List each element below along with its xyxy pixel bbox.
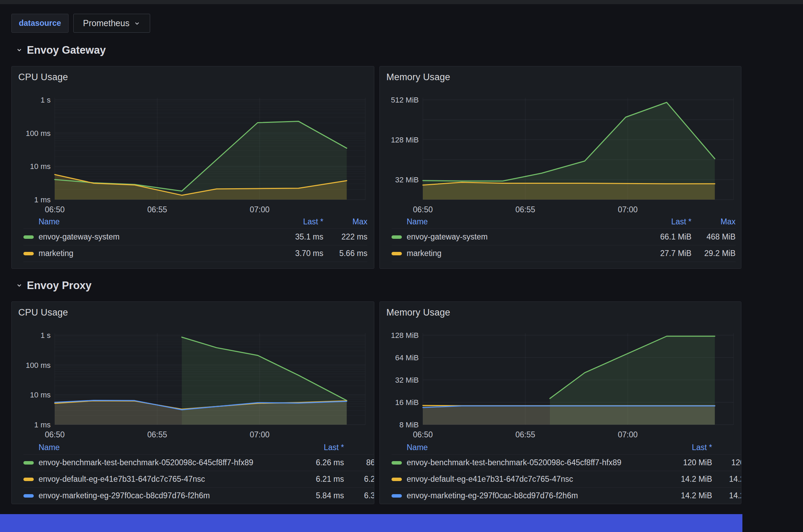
- series-name: envoy-marketing-eg-297f0cac-b8cd97d76-f2…: [407, 491, 578, 500]
- y-axis-tick-label: 1 ms: [34, 421, 51, 429]
- y-axis-tick-label: 1 s: [41, 331, 51, 340]
- legend-column-max[interactable]: Max: [691, 217, 736, 226]
- legend-row[interactable]: envoy-marketing-eg-297f0cac-b8cd97d76-f2…: [392, 488, 741, 504]
- series-max-value: 120 MiB: [712, 458, 741, 467]
- panel-envoy-proxy-cpu: CPU Usage 1 s100 ms10 ms1 ms06:5006:5507…: [11, 301, 374, 504]
- x-axis-tick-label: 07:00: [250, 430, 270, 439]
- x-axis-tick-label: 06:50: [413, 205, 433, 214]
- legend-column-name[interactable]: Name: [392, 217, 633, 226]
- series-last-value: 5.84 ms: [299, 491, 344, 500]
- x-axis-tick-label: 06:55: [515, 430, 535, 439]
- section-title: Envoy Proxy: [27, 279, 92, 292]
- series-name: envoy-default-eg-e41e7b31-647dc7c765-47n…: [39, 475, 205, 484]
- y-axis-tick-label: 32 MiB: [395, 175, 419, 184]
- timeseries-chart[interactable]: 512 MiB128 MiB32 MiB06:5006:5507:00: [380, 66, 741, 215]
- chevron-down-icon: [16, 47, 23, 54]
- bottom-progress-bar[interactable]: [0, 514, 742, 532]
- legend-row[interactable]: envoy-default-eg-e41e7b31-647dc7c765-47n…: [392, 471, 741, 488]
- panel-title[interactable]: Memory Usage: [386, 307, 450, 318]
- series-color-swatch: [392, 494, 402, 498]
- x-axis-tick-label: 06:50: [413, 430, 433, 439]
- x-axis-tick-label: 06:55: [147, 430, 167, 439]
- series-color-swatch: [23, 478, 34, 481]
- legend-header: NameLast *Max: [23, 441, 374, 455]
- panel-envoy-gateway-memory: Memory Usage 512 MiB128 MiB32 MiB06:5006…: [379, 66, 741, 269]
- series-name: envoy-gateway-system: [407, 232, 488, 242]
- legend-column-max[interactable]: Max: [712, 443, 741, 452]
- series-max-value: 6.32 ms: [344, 491, 374, 500]
- y-axis-tick-label: 1 ms: [34, 195, 51, 204]
- datasource-variable-dropdown[interactable]: Prometheus: [73, 14, 150, 33]
- timeseries-chart[interactable]: 128 MiB64 MiB32 MiB16 MiB8 MiB06:5006:55…: [380, 302, 741, 440]
- series-last-value: 3.70 ms: [265, 249, 323, 258]
- legend-column-name[interactable]: Name: [392, 443, 667, 452]
- series-max-value: 14.2 MiB: [712, 475, 741, 484]
- top-edge-strip: [0, 0, 803, 4]
- legend-column-max[interactable]: Max: [323, 217, 367, 226]
- legend-column-max[interactable]: Max: [344, 443, 374, 452]
- series-max-value: 14.2 MiB: [712, 491, 741, 500]
- series-name: envoy-default-eg-e41e7b31-647dc7c765-47n…: [407, 475, 573, 484]
- legend-row[interactable]: envoy-default-eg-e41e7b31-647dc7c765-47n…: [23, 471, 374, 488]
- y-axis-tick-label: 8 MiB: [399, 421, 419, 429]
- y-axis-tick-label: 100 ms: [26, 361, 51, 370]
- series-color-swatch: [392, 478, 402, 481]
- legend-column-name[interactable]: Name: [23, 217, 265, 226]
- y-axis-tick-label: 10 ms: [30, 391, 51, 399]
- y-axis-tick-label: 128 MiB: [391, 136, 419, 144]
- legend-row[interactable]: marketing27.7 MiB29.2 MiB: [392, 245, 736, 262]
- series-color-swatch: [23, 461, 34, 465]
- y-axis-tick-label: 1 s: [41, 96, 51, 104]
- datasource-variable-label-text: datasource: [19, 19, 61, 28]
- legend-table: NameLast *Maxenvoy-gateway-system35.1 ms…: [12, 215, 374, 262]
- section-header-envoy-proxy[interactable]: Envoy Proxy: [16, 277, 92, 294]
- series-name: envoy-marketing-eg-297f0cac-b8cd97d76-f2…: [39, 491, 210, 500]
- series-name: envoy-gateway-system: [39, 232, 119, 242]
- legend-header: NameLast *Max: [23, 215, 367, 229]
- legend-column-last[interactable]: Last *: [265, 217, 323, 226]
- legend-row[interactable]: envoy-gateway-system66.1 MiB468 MiB: [392, 229, 736, 245]
- series-max-value: 860 ms: [344, 458, 374, 467]
- panel-title[interactable]: CPU Usage: [18, 72, 68, 83]
- series-name: marketing: [39, 249, 73, 258]
- chevron-down-icon: [16, 282, 23, 289]
- legend-header: NameLast *Max: [392, 215, 736, 229]
- series-max-value: 6.27 ms: [344, 475, 374, 484]
- section-title: Envoy Gateway: [27, 44, 106, 56]
- series-last-value: 27.7 MiB: [633, 249, 691, 258]
- y-axis-tick-label: 32 MiB: [395, 376, 419, 384]
- series-last-value: 14.2 MiB: [667, 491, 712, 500]
- section-header-envoy-gateway[interactable]: Envoy Gateway: [16, 42, 106, 58]
- series-last-value: 66.1 MiB: [633, 232, 691, 242]
- legend-row[interactable]: envoy-benchmark-test-benchmark-0520098c-…: [23, 455, 374, 471]
- legend-header: NameLast *Max: [392, 441, 741, 455]
- legend-column-last[interactable]: Last *: [667, 443, 712, 452]
- legend-table: NameLast *Maxenvoy-benchmark-test-benchm…: [12, 441, 374, 504]
- series-max-value: 222 ms: [323, 232, 367, 242]
- series-last-value: 120 MiB: [667, 458, 712, 467]
- legend-row[interactable]: envoy-benchmark-test-benchmark-0520098c-…: [392, 455, 741, 471]
- legend-table: NameLast *Maxenvoy-benchmark-test-benchm…: [380, 441, 741, 504]
- timeseries-chart[interactable]: 1 s100 ms10 ms1 ms06:5006:5507:00: [12, 66, 374, 215]
- legend-column-last[interactable]: Last *: [299, 443, 344, 452]
- panel-title[interactable]: CPU Usage: [18, 307, 68, 318]
- series-last-value: 35.1 ms: [265, 232, 323, 242]
- x-axis-tick-label: 06:55: [147, 205, 167, 214]
- x-axis-tick-label: 06:50: [45, 430, 65, 439]
- series-name: marketing: [407, 249, 441, 258]
- series-name: envoy-benchmark-test-benchmark-0520098c-…: [39, 458, 253, 467]
- series-color-swatch: [23, 235, 34, 239]
- legend-row[interactable]: envoy-marketing-eg-297f0cac-b8cd97d76-f2…: [23, 488, 374, 504]
- chevron-down-icon: [134, 20, 140, 27]
- panel-title[interactable]: Memory Usage: [386, 72, 450, 83]
- legend-column-name[interactable]: Name: [23, 443, 299, 452]
- timeseries-chart[interactable]: 1 s100 ms10 ms1 ms06:5006:5507:00: [12, 302, 374, 440]
- legend-column-last[interactable]: Last *: [633, 217, 691, 226]
- legend-row[interactable]: envoy-gateway-system35.1 ms222 ms: [23, 229, 367, 245]
- panel-envoy-proxy-memory: Memory Usage 128 MiB64 MiB32 MiB16 MiB8 …: [379, 301, 741, 504]
- x-axis-tick-label: 06:50: [45, 205, 65, 214]
- series-max-value: 29.2 MiB: [691, 249, 736, 258]
- x-axis-tick-label: 07:00: [618, 430, 638, 439]
- y-axis-tick-label: 512 MiB: [391, 96, 419, 104]
- legend-row[interactable]: marketing3.70 ms5.66 ms: [23, 245, 367, 262]
